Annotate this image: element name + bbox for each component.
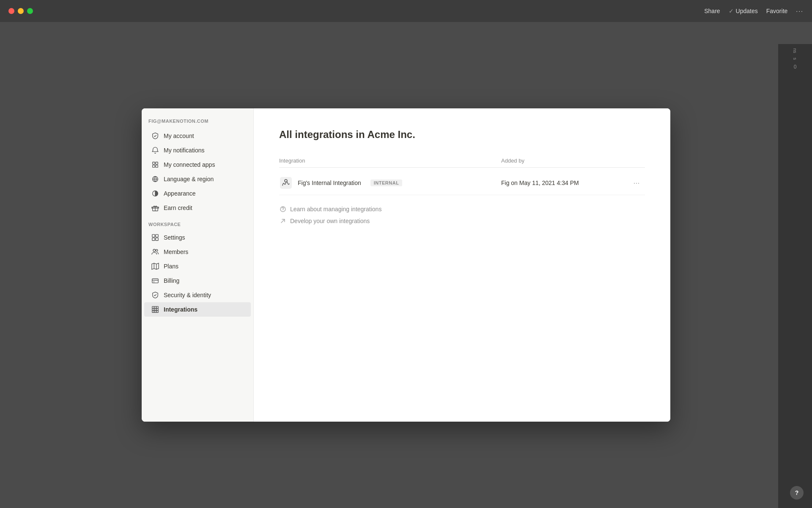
- integration-name: Fig's Internal Integration: [298, 179, 361, 186]
- modal-overlay: FIG@MAKENOTION.COM My account: [0, 22, 812, 508]
- learn-link-label: Learn about managing integrations: [290, 206, 381, 213]
- updates-button[interactable]: ✓ Updates: [729, 8, 758, 14]
- sidebar-item-integrations-label: Integrations: [164, 306, 198, 313]
- row-actions: ···: [628, 177, 645, 189]
- circle-half-icon: [151, 189, 159, 198]
- close-button[interactable]: [8, 8, 14, 14]
- svg-rect-3: [156, 165, 158, 167]
- row-more-button[interactable]: ···: [630, 177, 643, 189]
- svg-rect-9: [152, 238, 155, 240]
- checkmark-icon: ✓: [729, 8, 734, 14]
- svg-rect-15: [154, 306, 156, 309]
- svg-rect-10: [156, 238, 158, 240]
- sidebar-item-my-notifications[interactable]: My notifications: [144, 143, 251, 157]
- sidebar-item-language-region[interactable]: Language & region: [144, 172, 251, 186]
- develop-link[interactable]: Develop your own integrations: [279, 217, 645, 225]
- question-circle-icon: [279, 205, 287, 213]
- sidebar-item-my-connected-apps-label: My connected apps: [164, 161, 215, 168]
- card-icon: [151, 276, 159, 285]
- svg-rect-14: [152, 306, 154, 309]
- sidebar-item-my-account[interactable]: My account: [144, 129, 251, 143]
- gift-icon: [151, 204, 159, 212]
- svg-rect-2: [153, 165, 155, 167]
- sidebar-item-earn-credit-label: Earn credit: [164, 204, 192, 211]
- sidebar-item-my-account-label: My account: [164, 133, 194, 139]
- shield-check-icon: [151, 291, 159, 299]
- titlebar-actions: Share ✓ Updates Favorite ···: [704, 8, 804, 14]
- sidebar-item-settings[interactable]: Settings: [144, 230, 251, 245]
- help-button[interactable]: ?: [790, 486, 804, 500]
- sidebar-item-members-label: Members: [164, 248, 188, 255]
- bell-icon: [151, 146, 159, 155]
- page-title: All integrations in Acme Inc.: [279, 129, 645, 141]
- shield-icon: [151, 132, 159, 140]
- sidebar-item-plans[interactable]: Plans: [144, 259, 251, 273]
- svg-rect-20: [152, 311, 154, 313]
- svg-rect-7: [152, 235, 155, 237]
- minimize-button[interactable]: [18, 8, 24, 14]
- learn-link[interactable]: Learn about managing integrations: [279, 205, 645, 213]
- map-icon: [151, 262, 159, 271]
- column-header-added-by: Added by: [501, 157, 628, 164]
- fullscreen-button[interactable]: [27, 8, 33, 14]
- integration-info: Fig's Internal Integration INTERNAL: [279, 176, 501, 190]
- sidebar-item-my-connected-apps[interactable]: My connected apps: [144, 157, 251, 172]
- develop-link-label: Develop your own integrations: [290, 218, 370, 224]
- main-content-area: All integrations in Acme Inc. Integratio…: [254, 108, 670, 422]
- integration-row: Fig's Internal Integration INTERNAL Fig …: [279, 171, 645, 195]
- sidebar-item-settings-label: Settings: [164, 234, 185, 241]
- sidebar-item-billing-label: Billing: [164, 277, 179, 284]
- integration-logo-icon: [279, 176, 293, 190]
- traffic-lights: [8, 8, 33, 14]
- more-options-button[interactable]: ···: [796, 8, 804, 14]
- settings-sidebar: FIG@MAKENOTION.COM My account: [142, 108, 254, 422]
- sidebar-item-plans-label: Plans: [164, 263, 178, 270]
- favorite-button[interactable]: Favorite: [766, 8, 788, 14]
- sidebar-item-my-notifications-label: My notifications: [164, 147, 204, 154]
- svg-rect-1: [156, 162, 158, 164]
- svg-rect-13: [152, 279, 158, 283]
- added-by-value: Fig on May 11, 2021 4:34 PM: [501, 179, 628, 186]
- sidebar-item-integrations[interactable]: Integrations: [144, 302, 251, 317]
- settings-grid-icon: [151, 233, 159, 242]
- svg-rect-19: [156, 309, 159, 311]
- svg-rect-21: [154, 311, 156, 313]
- sidebar-item-language-region-label: Language & region: [164, 176, 214, 182]
- grid-small-icon: [151, 160, 159, 169]
- sidebar-item-earn-credit[interactable]: Earn credit: [144, 201, 251, 215]
- arrow-up-right-icon: [279, 217, 287, 225]
- svg-point-11: [153, 249, 155, 251]
- share-button[interactable]: Share: [704, 8, 720, 14]
- svg-rect-22: [156, 311, 159, 313]
- svg-rect-18: [154, 309, 156, 311]
- sidebar-item-security-identity-label: Security & identity: [164, 292, 211, 298]
- sidebar-item-security-identity[interactable]: Security & identity: [144, 288, 251, 302]
- titlebar: Share ✓ Updates Favorite ···: [0, 0, 812, 22]
- people-icon: [151, 248, 159, 256]
- globe-icon: [151, 175, 159, 183]
- help-links: Learn about managing integrations Develo…: [279, 205, 645, 225]
- column-header-integration: Integration: [279, 157, 501, 164]
- sidebar-item-members[interactable]: Members: [144, 245, 251, 259]
- workspace-section-label: WORKSPACE: [142, 215, 253, 230]
- sidebar-item-billing[interactable]: Billing: [144, 273, 251, 288]
- svg-rect-8: [156, 235, 158, 237]
- svg-point-26: [283, 211, 283, 211]
- svg-rect-17: [152, 309, 154, 311]
- sidebar-email: FIG@MAKENOTION.COM: [142, 119, 253, 129]
- table-header: Integration Added by: [279, 154, 645, 168]
- settings-modal: FIG@MAKENOTION.COM My account: [142, 108, 670, 422]
- svg-rect-0: [153, 162, 155, 164]
- sidebar-item-appearance[interactable]: Appearance: [144, 186, 251, 201]
- internal-badge: INTERNAL: [370, 179, 403, 186]
- sidebar-item-appearance-label: Appearance: [164, 190, 196, 197]
- svg-rect-16: [156, 306, 159, 309]
- integrations-icon: [151, 305, 159, 314]
- svg-point-12: [156, 249, 158, 251]
